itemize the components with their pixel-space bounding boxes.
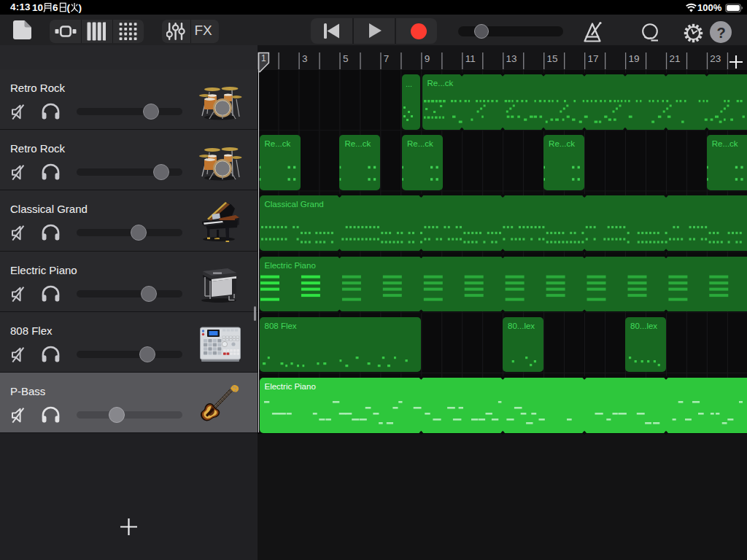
svg-text:1: 1 <box>261 53 266 63</box>
